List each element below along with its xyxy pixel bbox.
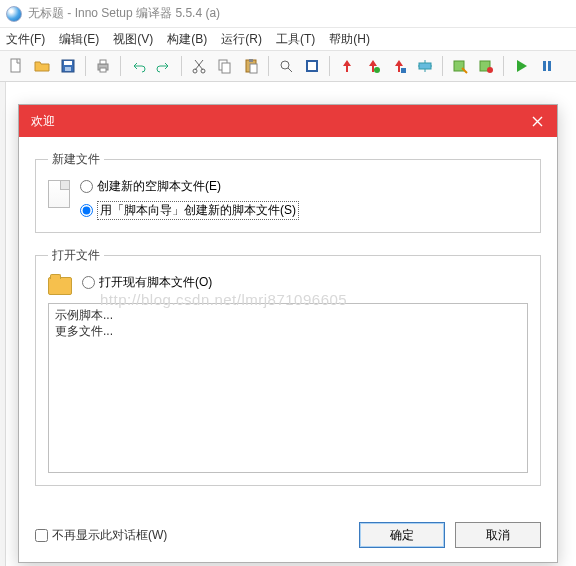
- radio-empty-label: 创建新的空脚本文件(E): [97, 178, 221, 195]
- svg-rect-23: [543, 61, 546, 71]
- file-icon: [48, 180, 70, 208]
- menu-help[interactable]: 帮助(H): [329, 31, 370, 48]
- svg-rect-19: [419, 63, 431, 69]
- pause-button[interactable]: [535, 54, 559, 78]
- app-icon: [6, 6, 22, 22]
- open-file-group: 打开文件 打开现有脚本文件(O) 示例脚本... 更多文件...: [35, 247, 541, 486]
- svg-point-17: [374, 67, 380, 73]
- window-title: 无标题 - Inno Setup 编译器 5.5.4 (a): [28, 5, 220, 22]
- new-file-button[interactable]: [4, 54, 28, 78]
- welcome-dialog: 欢迎 新建文件 创建新的空脚本文件(E) 用「脚本向导」创建新的脚本文件(S): [18, 104, 558, 563]
- menu-view[interactable]: 视图(V): [113, 31, 153, 48]
- new-file-group: 新建文件 创建新的空脚本文件(E) 用「脚本向导」创建新的脚本文件(S): [35, 151, 541, 233]
- cancel-button[interactable]: 取消: [455, 522, 541, 548]
- cancel-label: 取消: [486, 527, 510, 544]
- separator: [442, 56, 443, 76]
- separator: [181, 56, 182, 76]
- radio-open-input[interactable]: [82, 276, 95, 289]
- save-button[interactable]: [56, 54, 80, 78]
- svg-rect-16: [308, 62, 316, 70]
- svg-rect-18: [401, 68, 406, 73]
- dialog-close-button[interactable]: [517, 105, 557, 137]
- options1-button[interactable]: [448, 54, 472, 78]
- separator: [120, 56, 121, 76]
- menubar: 文件(F) 编辑(E) 视图(V) 构建(B) 运行(R) 工具(T) 帮助(H…: [0, 28, 576, 50]
- target-button[interactable]: [413, 54, 437, 78]
- svg-point-14: [281, 61, 289, 69]
- menu-file[interactable]: 文件(F): [6, 31, 45, 48]
- recent-files-listbox[interactable]: 示例脚本... 更多文件...: [48, 303, 528, 473]
- run-button[interactable]: [509, 54, 533, 78]
- menu-build[interactable]: 构建(B): [167, 31, 207, 48]
- svg-rect-10: [222, 63, 230, 73]
- find-button[interactable]: [274, 54, 298, 78]
- dont-show-label: 不再显示此对话框(W): [52, 527, 167, 544]
- svg-rect-0: [11, 59, 20, 72]
- toolbar: [0, 50, 576, 82]
- radio-open-existing[interactable]: 打开现有脚本文件(O): [82, 274, 212, 291]
- print-button[interactable]: [91, 54, 115, 78]
- radio-empty-script[interactable]: 创建新的空脚本文件(E): [80, 178, 299, 195]
- replace-button[interactable]: [300, 54, 324, 78]
- new-file-legend: 新建文件: [48, 151, 104, 168]
- editor-gutter: [0, 82, 6, 566]
- svg-point-22: [487, 67, 493, 73]
- menu-edit[interactable]: 编辑(E): [59, 31, 99, 48]
- dialog-footer: 不再显示此对话框(W) 确定 取消: [19, 512, 557, 562]
- svg-rect-13: [250, 64, 257, 73]
- dont-show-checkbox[interactable]: 不再显示此对话框(W): [35, 527, 167, 544]
- options2-button[interactable]: [474, 54, 498, 78]
- separator: [329, 56, 330, 76]
- svg-rect-24: [548, 61, 551, 71]
- dialog-title: 欢迎: [31, 113, 55, 130]
- folder-icon: [48, 277, 72, 295]
- copy-button[interactable]: [213, 54, 237, 78]
- radio-wizard-input[interactable]: [80, 204, 93, 217]
- separator: [85, 56, 86, 76]
- compile-button[interactable]: [335, 54, 359, 78]
- undo-button[interactable]: [126, 54, 150, 78]
- window-titlebar: 无标题 - Inno Setup 编译器 5.5.4 (a): [0, 0, 576, 28]
- ok-label: 确定: [390, 527, 414, 544]
- svg-rect-3: [65, 67, 71, 71]
- separator: [268, 56, 269, 76]
- redo-button[interactable]: [152, 54, 176, 78]
- radio-wizard-label: 用「脚本向导」创建新的脚本文件(S): [97, 201, 299, 220]
- svg-rect-12: [249, 59, 253, 62]
- open-file-legend: 打开文件: [48, 247, 104, 264]
- dont-show-input[interactable]: [35, 529, 48, 542]
- menu-tools[interactable]: 工具(T): [276, 31, 315, 48]
- open-file-button[interactable]: [30, 54, 54, 78]
- svg-rect-5: [100, 60, 106, 64]
- stop-compile-button[interactable]: [361, 54, 385, 78]
- svg-rect-2: [64, 61, 72, 65]
- cut-button[interactable]: [187, 54, 211, 78]
- ok-button[interactable]: 确定: [359, 522, 445, 548]
- dialog-titlebar: 欢迎: [19, 105, 557, 137]
- run-compile-button[interactable]: [387, 54, 411, 78]
- radio-script-wizard[interactable]: 用「脚本向导」创建新的脚本文件(S): [80, 201, 299, 220]
- radio-open-label: 打开现有脚本文件(O): [99, 274, 212, 291]
- separator: [503, 56, 504, 76]
- menu-run[interactable]: 运行(R): [221, 31, 262, 48]
- svg-rect-6: [100, 68, 106, 72]
- radio-empty-input[interactable]: [80, 180, 93, 193]
- paste-button[interactable]: [239, 54, 263, 78]
